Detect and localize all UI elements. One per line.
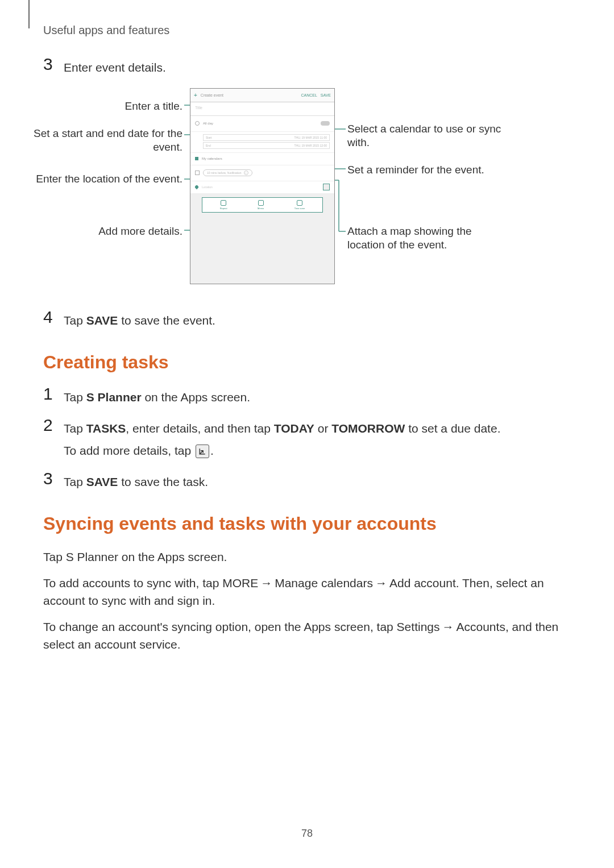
mock-header-title: Create event xyxy=(201,93,301,97)
page-margin-marker xyxy=(28,0,30,28)
mock-allday-label: All day xyxy=(203,122,213,125)
text-bold: S Planner xyxy=(66,550,118,563)
repeat-icon xyxy=(221,200,226,206)
text-part: . xyxy=(210,444,214,457)
text-part: Tap xyxy=(64,422,86,435)
mock-location-row: Location xyxy=(190,181,334,194)
step-text: Tap SAVE to save the event. xyxy=(64,310,215,330)
tasks-step-2: 2 Tap TASKS, enter details, and then tap… xyxy=(43,418,571,460)
heading-creating-tasks: Creating tasks xyxy=(43,352,571,373)
text-part: Tap xyxy=(43,550,66,563)
text-part: To add more details, tap xyxy=(64,444,194,457)
text-bold: Settings xyxy=(397,620,440,633)
step-text: Tap SAVE to save the task. xyxy=(64,471,208,491)
mock-timezone-button: Time zone xyxy=(294,200,305,210)
event-editor-figure: Enter a title. Set a start and end date … xyxy=(43,88,571,298)
text-part: To add accounts to sync with, tap xyxy=(43,576,222,589)
step-number: 3 xyxy=(43,470,64,487)
page-number: 78 xyxy=(0,828,614,840)
mock-end-label: End xyxy=(206,144,211,147)
bell-icon xyxy=(195,171,200,175)
text-bold: Manage calendars xyxy=(275,576,373,589)
mock-timezone-label: Time zone xyxy=(294,207,305,210)
step-text: Tap S Planner on the Apps screen. xyxy=(64,387,250,406)
step-text: Enter event details. xyxy=(64,57,166,77)
step-number: 3 xyxy=(43,56,64,73)
sync-para-2: To add accounts to sync with, tap MORE →… xyxy=(43,574,571,610)
arrow-separator: → xyxy=(375,574,387,592)
text-part: to save the event. xyxy=(118,314,215,327)
mock-calendar-row: My calendars xyxy=(190,153,334,165)
mock-end-date: End THU, 19 MAR 2015 12:00 xyxy=(203,142,330,149)
text-part: Tap xyxy=(64,314,86,327)
mock-start-label: Start xyxy=(206,136,212,139)
mock-detail-buttons: Repeat Memo Time zone xyxy=(202,197,323,213)
mock-allday-row: All day xyxy=(190,116,334,132)
mock-map-button xyxy=(323,184,330,190)
text-bold: TOMORROW xyxy=(331,422,405,435)
mock-reminder-text: 10 mins before, Notification xyxy=(207,171,242,175)
tasks-step-3: 3 Tap SAVE to save the task. xyxy=(43,471,571,491)
sync-para-1: Tap S Planner on the Apps screen. xyxy=(43,548,571,566)
step-4: 4 Tap SAVE to save the event. xyxy=(43,310,571,330)
text-bold: SAVE xyxy=(86,475,118,488)
plus-icon: + xyxy=(194,92,197,98)
text-part: Tap xyxy=(64,391,86,404)
text-part: on the Apps screen. xyxy=(118,550,227,563)
text-part: to save the task. xyxy=(118,475,208,488)
page-header: Useful apps and features xyxy=(43,24,169,37)
tasks-step-1: 1 Tap S Planner on the Apps screen. xyxy=(43,387,571,406)
mock-save: SAVE xyxy=(321,93,331,97)
mock-header: + Create event CANCEL SAVE xyxy=(190,89,334,102)
mock-title-input: Title xyxy=(190,102,334,116)
mock-location-text: Location xyxy=(202,185,213,189)
text-bold: TASKS xyxy=(86,422,126,435)
heading-syncing: Syncing events and tasks with your accou… xyxy=(43,513,571,534)
text-part: to set a due date. xyxy=(405,422,500,435)
calendar-dot-icon xyxy=(195,157,198,160)
phone-mockup: + Create event CANCEL SAVE Title All day… xyxy=(190,88,335,284)
mock-end-value: THU, 19 MAR 2015 12:00 xyxy=(294,144,327,147)
text-bold: SAVE xyxy=(86,314,118,327)
step-number: 4 xyxy=(43,309,64,326)
timezone-icon xyxy=(297,200,302,206)
mock-toggle xyxy=(321,121,330,126)
mock-cancel: CANCEL xyxy=(301,93,317,97)
mock-dates: Start THU, 19 MAR 2015 11:00 End THU, 19… xyxy=(190,132,334,153)
text-part: , enter details, and then tap xyxy=(126,422,273,435)
pin-icon xyxy=(194,185,199,189)
step-number: 1 xyxy=(43,385,64,402)
expand-icon xyxy=(196,445,209,458)
mock-reminder-pill: 10 mins before, Notification − xyxy=(203,169,252,176)
text-bold: TODAY xyxy=(274,422,314,435)
mock-memo-button: Memo xyxy=(258,200,264,210)
mock-calendar-label: My calendars xyxy=(202,157,222,160)
mock-reminder-row: 10 mins before, Notification − xyxy=(190,165,334,181)
text-bold: Add account xyxy=(389,576,456,589)
mock-start-date: Start THU, 19 MAR 2015 11:00 xyxy=(203,134,330,141)
mock-start-value: THU, 19 MAR 2015 11:00 xyxy=(294,136,327,139)
step-3: 3 Enter event details. xyxy=(43,57,571,77)
arrow-separator: → xyxy=(260,574,272,592)
text-part: or xyxy=(314,422,331,435)
minus-icon: − xyxy=(244,171,248,175)
step-text: Tap TASKS, enter details, and then tap T… xyxy=(64,418,500,460)
mock-repeat-label: Repeat xyxy=(220,207,227,210)
mock-repeat-button: Repeat xyxy=(220,200,227,210)
step-subtext: To add more details, tap . xyxy=(64,442,500,460)
clock-icon xyxy=(195,121,200,126)
text-bold: S Planner xyxy=(86,391,142,404)
text-bold: MORE xyxy=(222,576,258,589)
step-number: 2 xyxy=(43,417,64,434)
text-part: To change an account's syncing option, o… xyxy=(43,620,397,633)
memo-icon xyxy=(258,200,264,206)
text-bold: Accounts xyxy=(457,620,505,633)
sync-para-3: To change an account's syncing option, o… xyxy=(43,618,571,654)
text-part: on the Apps screen. xyxy=(142,391,250,404)
mock-memo-label: Memo xyxy=(258,207,264,210)
text-part: Tap xyxy=(64,475,86,488)
arrow-separator: → xyxy=(442,618,454,636)
